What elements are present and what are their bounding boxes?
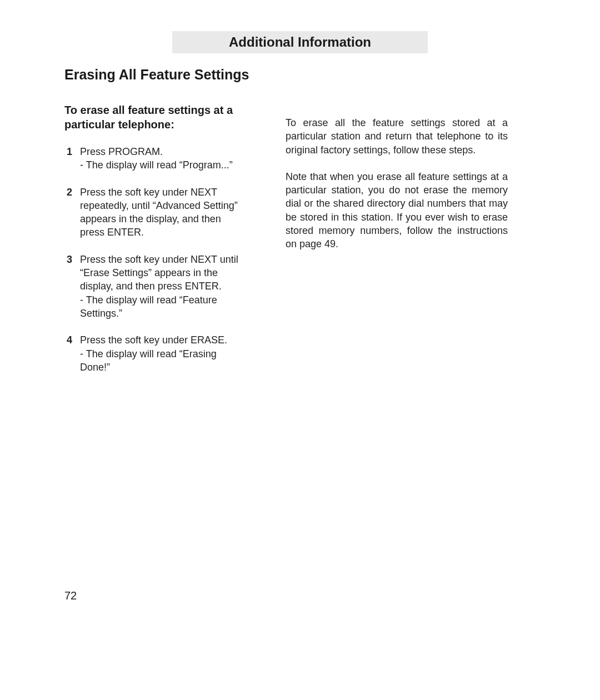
page: Additional Information Erasing All Featu… — [0, 0, 600, 700]
note-paragraph: Note that when you erase all feature set… — [286, 170, 508, 251]
step-note: - The display will read “Program...” — [80, 158, 248, 172]
step-number: 2 — [64, 186, 72, 239]
step-number: 3 — [64, 253, 72, 320]
intro-paragraph: To erase all the feature settings stored… — [286, 116, 508, 157]
step-number: 4 — [64, 333, 72, 374]
left-column: To erase all feature settings at a parti… — [64, 103, 248, 387]
step-body: Press PROGRAM. - The display will read “… — [80, 145, 248, 172]
step-text: Press PROGRAM. — [80, 146, 163, 157]
right-column: To erase all the feature settings stored… — [286, 103, 508, 387]
step-text: Press the soft key under NEXT until “Era… — [80, 254, 238, 292]
step-text: Press the soft key under ERASE. — [80, 334, 227, 346]
step-number: 1 — [64, 145, 72, 172]
step-note: - The display will read “Erasing Done!” — [80, 347, 248, 374]
step-body: Press the soft key under NEXT until “Era… — [80, 253, 248, 320]
step-1: 1 Press PROGRAM. - The display will read… — [64, 145, 248, 172]
instructions-subhead: To erase all feature settings at a parti… — [64, 103, 248, 132]
step-2: 2 Press the soft key under NEXT repeated… — [64, 186, 248, 239]
step-body: Press the soft key under ERASE. - The di… — [80, 333, 248, 374]
step-text: Press the soft key under NEXT repeatedly… — [80, 187, 238, 238]
section-title: Erasing All Feature Settings — [64, 67, 249, 83]
step-note: - The display will read “Feature Setting… — [80, 293, 248, 321]
header-band: Additional Information — [172, 31, 428, 53]
page-number: 72 — [64, 589, 77, 602]
step-3: 3 Press the soft key under NEXT until “E… — [64, 253, 248, 320]
step-4: 4 Press the soft key under ERASE. - The … — [64, 333, 248, 374]
step-body: Press the soft key under NEXT repeatedly… — [80, 186, 248, 239]
content-columns: To erase all feature settings at a parti… — [64, 103, 546, 387]
